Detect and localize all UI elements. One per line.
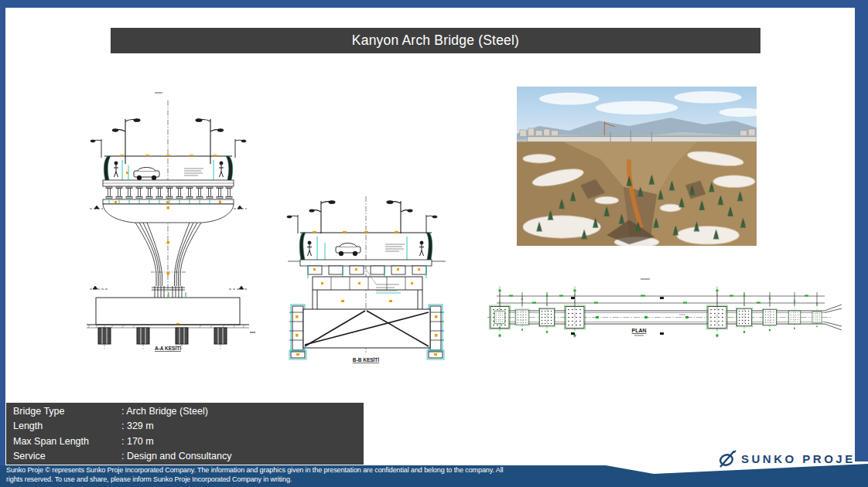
company-logo: SUNKO PROJE <box>718 448 856 468</box>
section-b-label: B-B KESİTİ <box>353 357 380 363</box>
bridge-photo <box>517 87 757 246</box>
info-label: Service <box>6 451 121 461</box>
info-row-service: Service : Design and Consultancy <box>6 449 364 465</box>
info-value: : Design and Consultancy <box>121 451 364 461</box>
presentation-slide: Kanyon Arch Bridge (Steel) <box>0 0 868 487</box>
info-label: Max Span Length <box>6 436 121 447</box>
sunko-logo-icon <box>718 448 736 468</box>
section-a-drawing: A-A KESİTİ <box>77 87 255 356</box>
frame-border-right <box>855 0 868 461</box>
info-row-length: Length : 329 m <box>6 419 364 434</box>
footer-line-1: Sunko Proje © represents Sunko Proje Inc… <box>6 466 672 475</box>
frame-border-top <box>0 0 868 8</box>
slide-title: Kanyon Arch Bridge (Steel) <box>352 32 519 49</box>
info-value: : 170 m <box>121 436 364 447</box>
bridge-info-panel: Bridge Type : Arch Bridge (Steel) Length… <box>6 403 364 465</box>
info-label: Length <box>6 421 121 431</box>
plan-label: PLAN <box>631 328 646 333</box>
info-value: : 329 m <box>121 421 364 431</box>
info-value: : Arch Bridge (Steel) <box>121 406 364 417</box>
footer-disclaimer: Sunko Proje © represents Sunko Proje Inc… <box>6 466 672 484</box>
plan-drawing: PLAN <box>486 275 843 346</box>
logo-text: SUNKO PROJE <box>741 452 856 465</box>
title-bar: Kanyon Arch Bridge (Steel) <box>111 28 760 53</box>
footer-line-2: rights reserved. To use and share, pleas… <box>6 475 672 485</box>
frame-border-left <box>0 0 5 487</box>
info-row-bridge-type: Bridge Type : Arch Bridge (Steel) <box>6 404 364 419</box>
info-row-max-span: Max Span Length : 170 m <box>6 434 364 449</box>
section-b-drawing: B-B KESİTİ <box>277 192 456 363</box>
section-a-label: A-A KESİTİ <box>155 346 181 351</box>
info-label: Bridge Type <box>6 406 121 417</box>
